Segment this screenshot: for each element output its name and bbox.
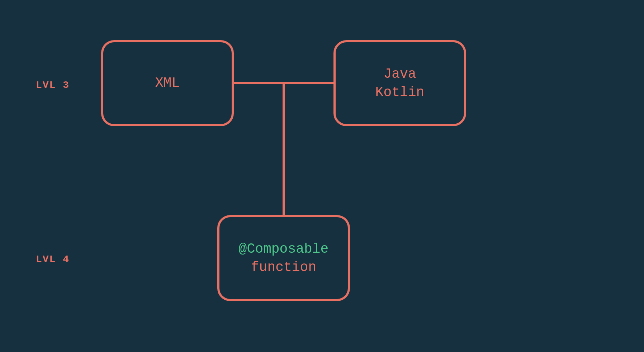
composable-function-text: function [251, 258, 316, 276]
composable-node: @Composable function [217, 215, 350, 301]
connector-vertical [283, 82, 285, 215]
java-kotlin-node: Java Kotlin [333, 40, 466, 126]
level-4-label: LVL 4 [36, 254, 70, 265]
xml-node: XML [101, 40, 234, 126]
xml-node-text: XML [155, 74, 180, 92]
composable-annotation-text: @Composable [239, 240, 329, 258]
level-3-label: LVL 3 [36, 80, 70, 91]
kotlin-text: Kotlin [375, 83, 425, 101]
java-text: Java [383, 65, 416, 83]
